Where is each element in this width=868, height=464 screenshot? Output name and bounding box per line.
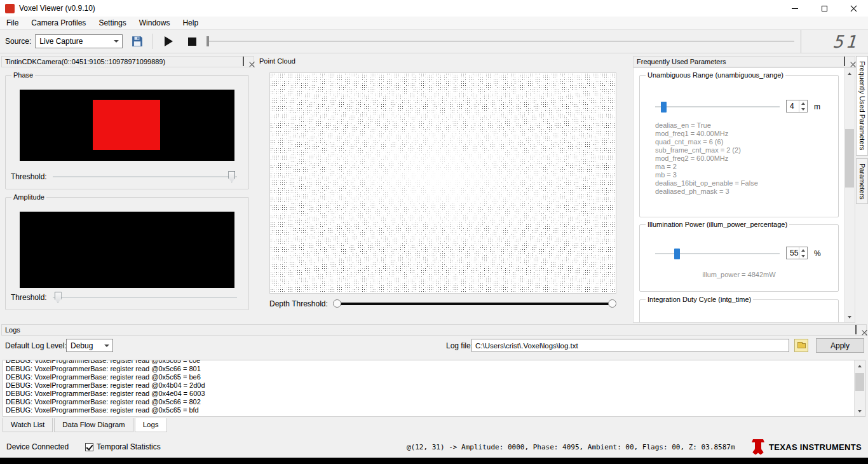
minimize-icon <box>792 8 798 9</box>
maximize-button[interactable] <box>810 0 839 17</box>
toolbar: Source: Live Capture 51 <box>0 29 868 53</box>
log-line: DEBUG: VoxelProgrammerBase: register rea… <box>6 365 865 373</box>
bottom-dock-tabs: Watch List Data Flow Diagram Logs <box>3 418 168 432</box>
tab-logs[interactable]: Logs <box>135 418 167 432</box>
tab-parameters[interactable]: Parameters <box>856 158 868 205</box>
scrollbar-thumb[interactable] <box>845 129 854 188</box>
menu-help[interactable]: Help <box>176 17 205 29</box>
param-line: mb = 3 <box>655 171 758 179</box>
parameters-dock-titlebar[interactable]: Frequently Used Parameters <box>633 56 855 67</box>
menu-file[interactable]: File <box>0 17 25 29</box>
chevron-down-icon <box>114 40 119 43</box>
amplitude-threshold-row: Threshold: <box>11 291 237 304</box>
spin-up-button[interactable] <box>799 247 807 253</box>
spin-down-button[interactable] <box>799 253 807 259</box>
illumination-power-spinbox[interactable]: 55 <box>786 247 808 259</box>
play-button[interactable] <box>160 33 177 50</box>
point-cloud-view[interactable] <box>269 72 616 294</box>
scroll-up-button[interactable] <box>855 360 865 371</box>
slider-groove <box>53 176 237 177</box>
checkbox-checked-icon <box>85 443 93 451</box>
phase-threshold-row: Threshold: <box>11 170 237 183</box>
range-max-handle[interactable] <box>608 299 616 308</box>
amplitude-threshold-slider[interactable] <box>53 291 237 304</box>
phase-threshold-label: Threshold: <box>11 172 47 181</box>
log-scrollbar[interactable] <box>854 360 865 416</box>
stop-icon[interactable] <box>188 38 196 46</box>
scrollbar-thumb[interactable] <box>855 373 864 391</box>
capture-position-slider[interactable] <box>207 35 794 48</box>
minimize-button[interactable] <box>780 0 810 17</box>
slider-handle[interactable] <box>207 36 209 46</box>
tab-watch-list[interactable]: Watch List <box>3 418 53 432</box>
menu-camera-profiles[interactable]: Camera Profiles <box>25 17 92 29</box>
unambiguous-range-slider[interactable] <box>655 106 780 107</box>
apply-button[interactable]: Apply <box>816 338 864 353</box>
spin-down-button[interactable] <box>799 106 807 112</box>
phase-image[interactable] <box>20 90 234 161</box>
menu-settings[interactable]: Settings <box>92 17 132 29</box>
spin-up-button[interactable] <box>799 100 807 106</box>
chevron-up-icon <box>848 72 851 75</box>
range-min-handle[interactable] <box>333 299 341 308</box>
float-dock-button[interactable] <box>243 58 244 65</box>
ti-logo: TEXAS INSTRUMENTS <box>751 439 862 455</box>
slider-handle[interactable] <box>674 249 680 259</box>
window-controls <box>780 0 868 17</box>
menu-windows[interactable]: Windows <box>133 17 177 29</box>
illumination-power-unit: % <box>814 249 821 258</box>
save-profile-button[interactable] <box>129 33 146 50</box>
log-line: DEBUG: VoxelProgrammerBase: register rea… <box>6 390 865 398</box>
spinbox-value: 4 <box>787 100 799 112</box>
log-level-combobox[interactable]: Debug <box>66 339 113 352</box>
phase-threshold-slider[interactable] <box>53 170 237 183</box>
titlebar[interactable]: Voxel Viewer (v0.9.10) <box>0 0 868 17</box>
fps-value: 51 <box>834 32 862 51</box>
slider-groove <box>207 41 794 42</box>
browse-log-file-button[interactable] <box>794 339 808 352</box>
log-file-input[interactable] <box>471 339 789 352</box>
scroll-down-button[interactable] <box>855 406 865 416</box>
parameters-panel: Unambiguous Range (unambiguous_range) 4 … <box>633 67 855 323</box>
float-dock-button[interactable] <box>855 326 857 334</box>
float-dock-button[interactable] <box>844 58 845 65</box>
source-combobox[interactable]: Live Capture <box>35 34 123 48</box>
depth-threshold-range-slider[interactable] <box>333 299 616 308</box>
parameters-scrollbar[interactable] <box>844 68 855 322</box>
slider-handle[interactable] <box>228 171 235 182</box>
camera-dock: TintinCDKCamera(0::0451:9105::1097897109… <box>1 56 254 323</box>
apply-button-label: Apply <box>831 341 850 350</box>
amplitude-group: Amplitude Threshold: <box>5 197 249 310</box>
voxel-viewer-window: Voxel Viewer (v0.9.10) File Camera Profi… <box>0 0 868 464</box>
slider-handle[interactable] <box>55 292 62 303</box>
logs-dock: Logs Default Log Level: Debug Log file: … <box>1 324 867 436</box>
scroll-up-button[interactable] <box>844 68 855 79</box>
temporal-statistics-checkbox[interactable]: Temporal Statistics <box>85 442 161 451</box>
slider-handle[interactable] <box>661 102 667 113</box>
phase-hot-region <box>93 100 160 151</box>
scroll-down-button[interactable] <box>844 311 855 322</box>
float-icon <box>243 57 244 66</box>
toolbar-separator <box>152 34 153 49</box>
tab-frequently-used-parameters[interactable]: Frequently Used Parameters <box>856 56 868 156</box>
param-line: dealias_en = True <box>655 121 758 130</box>
log-level-value: Debug <box>71 341 93 350</box>
amplitude-image[interactable] <box>20 212 234 288</box>
folder-icon <box>797 343 806 348</box>
combobox-arrow-zone <box>101 339 112 351</box>
menubar: File Camera Profiles Settings Windows He… <box>0 17 868 29</box>
unambiguous-range-spinbox[interactable]: 4 <box>786 100 808 113</box>
amplitude-group-title: Amplitude <box>11 193 46 201</box>
camera-dock-titlebar[interactable]: TintinCDKCamera(0::0451:9105::1097897109… <box>1 56 254 67</box>
logs-dock-titlebar[interactable]: Logs <box>1 324 867 336</box>
float-icon <box>855 325 857 334</box>
depth-threshold-row: Depth Threshold: <box>269 297 616 310</box>
illumination-power-slider[interactable] <box>655 253 780 254</box>
tab-data-flow-diagram[interactable]: Data Flow Diagram <box>54 418 133 432</box>
param-line: quad_cnt_max = 6 (6) <box>655 138 758 146</box>
chevron-up-icon <box>858 365 862 367</box>
slider-groove <box>53 297 237 298</box>
log-output[interactable]: DEBUG: VoxelProgrammerBase: register rea… <box>3 360 865 417</box>
close-button[interactable] <box>839 0 868 17</box>
log-line: DEBUG: VoxelProgrammerBase: register rea… <box>6 398 865 406</box>
